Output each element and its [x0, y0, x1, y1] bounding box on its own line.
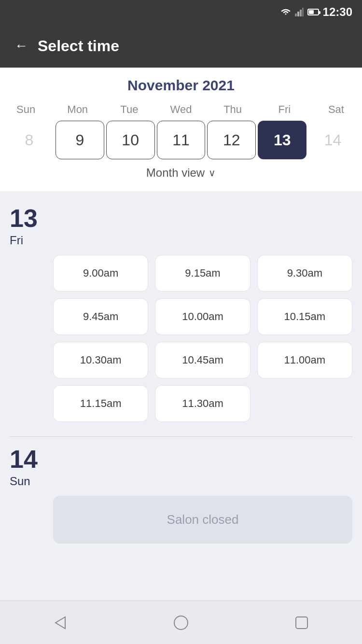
- date-11[interactable]: 11: [157, 121, 206, 159]
- day-block-14: 14 Sun Salon closed: [10, 447, 352, 544]
- day-13-number: 13: [10, 206, 38, 231]
- status-time: 12:30: [323, 5, 352, 19]
- dates-row: 8 9 10 11 12 13 14: [0, 121, 362, 159]
- svg-rect-1: [297, 12, 299, 16]
- header: ← Select time: [0, 24, 362, 68]
- date-12[interactable]: 12: [207, 121, 256, 159]
- date-8[interactable]: 8: [5, 121, 54, 159]
- wifi-icon: [280, 8, 291, 16]
- weekday-mon: Mon: [52, 103, 103, 116]
- weekday-thu: Thu: [207, 103, 259, 116]
- svg-rect-0: [295, 14, 297, 16]
- nav-recent-button[interactable]: [290, 611, 314, 635]
- status-bar: 12:30: [0, 0, 362, 24]
- weekday-tue: Tue: [103, 103, 155, 116]
- time-slot-915am[interactable]: 9.15am: [155, 255, 250, 292]
- day-14-name: Sun: [10, 475, 38, 488]
- bottom-nav: [0, 601, 362, 644]
- time-slot-1015am[interactable]: 10.15am: [257, 298, 352, 335]
- day-13-info: 13 Fri: [10, 206, 38, 247]
- svg-marker-4: [56, 617, 65, 629]
- day-13-name: Fri: [10, 234, 38, 247]
- day-14-info: 14 Sun: [10, 447, 38, 488]
- chevron-down-icon: ∨: [209, 167, 216, 179]
- time-slot-1000am[interactable]: 10.00am: [155, 298, 250, 335]
- recent-square-icon: [293, 614, 310, 631]
- time-slot-930am[interactable]: 9.30am: [257, 255, 352, 292]
- time-slot-1115am[interactable]: 11.15am: [53, 385, 148, 422]
- svg-rect-6: [296, 617, 307, 629]
- signal-icon: [295, 8, 304, 16]
- month-view-toggle[interactable]: Month view ∨: [0, 159, 362, 186]
- time-slot-1030am[interactable]: 10.30am: [53, 342, 148, 378]
- weekdays-row: Sun Mon Tue Wed Thu Fri Sat: [0, 103, 362, 116]
- time-section: 13 Fri 9.00am 9.15am 9.30am 9.45am 10.00…: [0, 191, 362, 601]
- salon-closed-message: Salon closed: [53, 496, 352, 544]
- time-slot-1045am[interactable]: 10.45am: [155, 342, 250, 378]
- time-slot-900am[interactable]: 9.00am: [53, 255, 148, 292]
- date-9[interactable]: 9: [56, 121, 104, 159]
- nav-back-button[interactable]: [48, 611, 72, 635]
- weekday-wed: Wed: [155, 103, 207, 116]
- status-icons: 12:30: [280, 5, 352, 19]
- weekday-sun: Sun: [0, 103, 52, 116]
- svg-rect-2: [300, 10, 302, 16]
- time-slot-1100am[interactable]: 11.00am: [257, 342, 352, 378]
- time-slot-945am[interactable]: 9.45am: [53, 298, 148, 335]
- time-grid-13: 9.00am 9.15am 9.30am 9.45am 10.00am 10.1…: [53, 255, 352, 422]
- svg-point-5: [174, 616, 188, 630]
- weekday-fri: Fri: [259, 103, 310, 116]
- nav-home-button[interactable]: [169, 611, 193, 635]
- time-slot-1130am[interactable]: 11.30am: [155, 385, 250, 422]
- home-circle-icon: [172, 614, 190, 631]
- page-title: Select time: [38, 37, 119, 55]
- battery-icon: [307, 9, 319, 15]
- weekday-sat: Sat: [310, 103, 362, 116]
- month-year-label: November 2021: [0, 77, 362, 94]
- back-triangle-icon: [52, 614, 69, 631]
- day-block-13: 13 Fri 9.00am 9.15am 9.30am 9.45am 10.00…: [10, 206, 352, 422]
- day-14-number: 14: [10, 447, 38, 472]
- day-header-14: 14 Sun: [10, 447, 352, 488]
- date-13[interactable]: 13: [258, 121, 306, 159]
- date-10[interactable]: 10: [106, 121, 155, 159]
- day-divider: [10, 436, 352, 437]
- day-header-13: 13 Fri: [10, 206, 352, 247]
- month-view-label: Month view: [146, 166, 205, 180]
- date-14[interactable]: 14: [308, 121, 357, 159]
- svg-rect-3: [302, 8, 304, 16]
- back-button[interactable]: ←: [14, 38, 28, 54]
- calendar-section: November 2021 Sun Mon Tue Wed Thu Fri Sa…: [0, 68, 362, 191]
